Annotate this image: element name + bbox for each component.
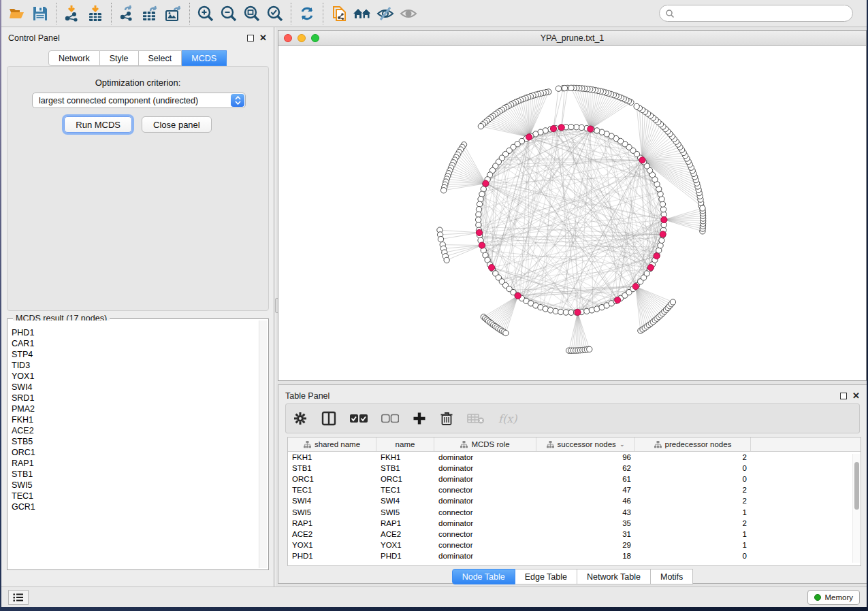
- table-panel-tab[interactable]: Motifs: [651, 569, 693, 584]
- mcds-result-item[interactable]: SWI4: [12, 382, 267, 393]
- table-row[interactable]: STB1 STB1 dominator 62 0: [288, 463, 861, 474]
- control-panel-tab[interactable]: Select: [139, 50, 182, 66]
- mcds-result-item[interactable]: ORC1: [12, 447, 267, 458]
- table-row[interactable]: TEC1 TEC1 connector 47 2: [288, 484, 861, 495]
- select-all-button[interactable]: [350, 414, 368, 423]
- column-header-shared-name[interactable]: shared name: [288, 437, 376, 451]
- zoom-fit-button[interactable]: [240, 2, 263, 25]
- column-header-predecessor-nodes[interactable]: predecessor nodes: [635, 437, 751, 451]
- mcds-result-item[interactable]: STB1: [12, 469, 267, 480]
- zoom-in-icon: [197, 5, 214, 22]
- optimization-criterion-select[interactable]: largest connected component (undirected): [32, 93, 246, 108]
- network-canvas[interactable]: [278, 46, 866, 380]
- zoom-out-button[interactable]: [217, 2, 240, 25]
- memory-status-icon: [814, 594, 821, 601]
- control-panel-tab[interactable]: Style: [100, 50, 139, 66]
- apply-layout-button[interactable]: [295, 2, 319, 25]
- table-row[interactable]: SWI4 SWI4 dominator 46 2: [288, 495, 861, 506]
- clone-network-icon: [329, 4, 349, 23]
- mcds-result-item[interactable]: TID3: [12, 360, 267, 371]
- result-list-scrollbar[interactable]: [259, 320, 267, 568]
- mcds-result-item[interactable]: YOX1: [12, 371, 267, 382]
- mcds-result-item[interactable]: ACE2: [12, 425, 267, 436]
- search-icon: [665, 9, 675, 18]
- import-table-button[interactable]: [84, 2, 107, 25]
- show-all-button[interactable]: [397, 2, 420, 25]
- table-settings-button[interactable]: [293, 411, 308, 426]
- close-table-panel-icon[interactable]: ✕: [852, 393, 860, 399]
- mcds-result-list[interactable]: PHD1CAR1STP4TID3YOX1SWI4SRD1PMA2FKH1ACE2…: [9, 320, 267, 568]
- zoom-fit-icon: [243, 5, 261, 22]
- column-header-successor-nodes[interactable]: successor nodes ⌄: [536, 437, 635, 451]
- table-row[interactable]: FKH1 FKH1 dominator 96 2: [288, 452, 861, 463]
- table-row[interactable]: PHD1 PHD1 dominator 18 0: [288, 550, 861, 561]
- control-panel-tab[interactable]: Network: [48, 50, 100, 66]
- open-folder-icon: [8, 5, 26, 22]
- mcds-result-item[interactable]: FKH1: [12, 414, 267, 425]
- table-row[interactable]: YOX1 YOX1 connector 29 1: [288, 540, 861, 550]
- export-network-button[interactable]: [116, 2, 139, 25]
- table-panel-tab[interactable]: Network Table: [577, 569, 651, 584]
- mcds-result-item[interactable]: SWI5: [12, 480, 267, 491]
- create-column-button[interactable]: [413, 412, 426, 425]
- table-panel-tab[interactable]: Edge Table: [515, 569, 577, 584]
- mcds-result-item[interactable]: TEC1: [12, 491, 267, 501]
- float-panel-icon[interactable]: [247, 35, 254, 42]
- delete-table-button[interactable]: [467, 412, 485, 425]
- table-panel-tab[interactable]: Node Table: [452, 569, 515, 584]
- list-icon: [13, 593, 24, 602]
- table-row[interactable]: ORC1 ORC1 dominator 61 0: [288, 474, 861, 484]
- import-network-button[interactable]: [61, 2, 84, 25]
- trash-icon: [440, 411, 453, 426]
- network-window-titlebar[interactable]: YPA_prune.txt_1: [278, 31, 866, 46]
- network-window: YPA_prune.txt_1: [278, 30, 867, 381]
- function-builder-button[interactable]: f(x): [498, 412, 517, 425]
- gear-icon: [293, 411, 308, 426]
- close-panel-button[interactable]: Close panel: [142, 116, 212, 133]
- close-panel-icon[interactable]: ✕: [259, 35, 267, 42]
- run-mcds-button[interactable]: Run MCDS: [64, 116, 132, 133]
- table-scrollbar[interactable]: [852, 454, 860, 563]
- zoom-selected-button[interactable]: [263, 2, 287, 25]
- export-image-button[interactable]: [162, 2, 185, 25]
- attribute-tree-icon: [304, 441, 311, 448]
- mcds-result-item[interactable]: CAR1: [12, 338, 267, 349]
- table-row[interactable]: SWI5 SWI5 connector 43 1: [288, 506, 861, 517]
- search-field[interactable]: [659, 5, 853, 22]
- table-panel: Table Panel ✕: [278, 384, 867, 584]
- delete-columns-button[interactable]: [440, 411, 453, 426]
- memory-button[interactable]: Memory: [807, 590, 860, 605]
- refresh-icon: [298, 5, 316, 22]
- mcds-result-item[interactable]: GCR1: [12, 501, 267, 512]
- deselect-all-button[interactable]: [381, 414, 399, 423]
- application-window: Control Panel ✕ NetworkStyleSelectMCDS O…: [1, 0, 867, 607]
- mcds-result-item[interactable]: STB5: [12, 436, 267, 447]
- table-scrollbar-thumb[interactable]: [854, 462, 859, 510]
- show-panels-button[interactable]: [8, 590, 29, 605]
- network-window-title: YPA_prune.txt_1: [278, 33, 866, 43]
- mcds-result-item[interactable]: PMA2: [12, 403, 267, 414]
- hide-selected-button[interactable]: [374, 2, 397, 25]
- control-panel-tab[interactable]: MCDS: [182, 50, 227, 66]
- show-columns-button[interactable]: [321, 411, 336, 426]
- table-toolbar: f(x): [285, 403, 860, 433]
- table-row[interactable]: RAP1 RAP1 dominator 35 2: [288, 518, 861, 529]
- node-table: shared name name MCDS role successor nod…: [287, 437, 861, 566]
- open-session-button[interactable]: [5, 2, 29, 25]
- search-input[interactable]: [675, 9, 847, 18]
- zoom-in-button[interactable]: [194, 2, 217, 25]
- column-header-mcds-role[interactable]: MCDS role: [434, 437, 536, 451]
- attribute-tree-icon: [460, 441, 468, 448]
- table-row[interactable]: ACE2 ACE2 connector 31 1: [288, 529, 861, 540]
- mcds-result-item[interactable]: PHD1: [12, 327, 267, 338]
- save-session-button[interactable]: [29, 2, 52, 25]
- mcds-result-item[interactable]: STP4: [12, 349, 267, 360]
- float-table-panel-icon[interactable]: [840, 393, 847, 399]
- export-table-button[interactable]: [139, 2, 162, 25]
- mcds-result-item[interactable]: RAP1: [12, 458, 267, 469]
- first-neighbors-button[interactable]: [351, 2, 374, 25]
- column-header-name[interactable]: name: [376, 437, 434, 451]
- clone-network-button[interactable]: [327, 2, 351, 25]
- control-panel-title: Control Panel: [8, 33, 60, 43]
- mcds-result-item[interactable]: SRD1: [12, 393, 267, 403]
